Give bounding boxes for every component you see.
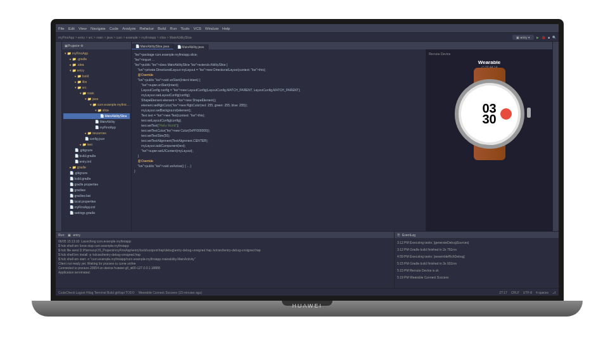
- run-output[interactable]: 06/05 15:13:10: Launching com.example.my…: [56, 238, 394, 276]
- project-panel: ▣ Project ▾ ⚙ ▾ 📁 myFirstApp▸ 📁 .gradle▸…: [62, 42, 132, 231]
- eventlog-output[interactable]: 3:12 PM Executing tasks: [generateDebugS…: [395, 238, 559, 282]
- status-indicator[interactable]: 4 spaces: [536, 291, 548, 294]
- menubar: FileEditViewNavigateCodeAnalyzeRefactorB…: [56, 24, 559, 33]
- menu-window[interactable]: Window: [205, 27, 219, 30]
- event-log-panel: ☰ EventLog 3:12 PM Executing tasks: [gen…: [394, 232, 559, 288]
- bottom-tab[interactable]: gitKapi: [115, 291, 124, 294]
- tree-item[interactable]: 📄 MainAbilitySlice: [63, 113, 130, 119]
- toolbar: myFirstApp > entry > src > main > java >…: [56, 33, 559, 42]
- bottom-tab[interactable]: Logcat: [76, 291, 86, 294]
- tree-item[interactable]: 📄 myFirstApp: [63, 125, 130, 130]
- debug-button[interactable]: 🐞: [542, 35, 545, 39]
- menu-build[interactable]: Build: [158, 27, 166, 30]
- status-bar: CodeCheck Logcat Hilog Terminal Build gi…: [56, 288, 559, 296]
- tree-item[interactable]: ▾ 📁 main: [63, 91, 130, 96]
- menu-navigate[interactable]: Navigate: [91, 27, 106, 30]
- tree-item[interactable]: 📄 build.gradle: [63, 153, 130, 159]
- tree-item[interactable]: 📄 .gitignore: [63, 147, 130, 153]
- ide-window: FileEditViewNavigateCodeAnalyzeRefactorB…: [56, 24, 559, 296]
- tree-item[interactable]: 📄 myFirstApp.iml: [63, 204, 130, 210]
- menu-help[interactable]: Help: [222, 27, 230, 30]
- eventlog-tab[interactable]: EventLog: [402, 233, 415, 237]
- watch-device[interactable]: 03 30: [448, 73, 531, 155]
- run-panel: Run: ▣ entry 06/05 15:13:10: Launching c…: [56, 232, 394, 288]
- tree-item[interactable]: 📄 gradlew.bat: [63, 193, 130, 199]
- tree-item[interactable]: 📄 gradle.properties: [63, 182, 130, 187]
- tree-item[interactable]: 📄 local.properties: [63, 199, 130, 204]
- run-button[interactable]: ▶: [536, 35, 539, 39]
- editor-tab[interactable]: 📄 MainAbility.java: [174, 44, 208, 49]
- project-header[interactable]: ▣ Project ▾ ⚙: [62, 42, 131, 49]
- bottom-tab[interactable]: TODO: [125, 291, 134, 294]
- status-indicator[interactable]: CRLF: [511, 291, 519, 294]
- status-indicator[interactable]: ⎇: [552, 291, 556, 294]
- menu-run[interactable]: Run: [170, 27, 177, 30]
- tree-item[interactable]: ▾ 📁 myFirstApp: [63, 51, 130, 56]
- tree-item[interactable]: ▸ 📁 test: [63, 142, 130, 147]
- tree-item[interactable]: 📄 settings.gradle: [63, 210, 130, 216]
- status-message: Wearable Connect Success (15 minutes ago…: [138, 291, 202, 294]
- tree-item[interactable]: ▸ 📁 libs: [63, 79, 130, 85]
- tree-item[interactable]: 📄 build.gradle: [63, 176, 130, 182]
- tree-item[interactable]: ▸ 📁 .idea: [63, 62, 130, 68]
- right-gutter[interactable]: [552, 42, 559, 231]
- tree-item[interactable]: ▾ 📁 src: [63, 85, 130, 91]
- device-name: Wearable: [478, 60, 500, 65]
- device-preview-panel: Remote Device Wearable ⏱ 00:44:14 03 30: [426, 49, 552, 231]
- tree-item[interactable]: ▸ 📁 resources: [63, 130, 130, 136]
- run-tab[interactable]: Run:: [58, 233, 65, 237]
- tree-item[interactable]: ▾ 📁 entry: [63, 68, 130, 73]
- watch-minutes: 30: [482, 114, 496, 125]
- laptop-base: HUAWEI: [32, 301, 583, 317]
- editor-tab[interactable]: 📄 MainAbilitySlice.java: [132, 44, 174, 49]
- status-indicator[interactable]: UTF-8: [523, 291, 532, 294]
- stop-button[interactable]: ■: [548, 35, 550, 39]
- bottom-tab[interactable]: Terminal: [94, 291, 106, 294]
- preview-header: Remote Device: [429, 52, 450, 58]
- menu-tools[interactable]: Tools: [181, 27, 189, 30]
- bottom-tab[interactable]: Hilog: [86, 291, 93, 294]
- tree-item[interactable]: 📄 config.json: [63, 136, 130, 142]
- tree-item[interactable]: ▾ 📁 java: [63, 96, 130, 102]
- tree-item[interactable]: 📄 gradlew: [63, 187, 130, 193]
- tree-item[interactable]: ▸ 📁 gradle: [63, 165, 130, 170]
- watch-complication-icon: [500, 108, 512, 120]
- menu-vcs[interactable]: VCS: [193, 27, 201, 30]
- tree-item[interactable]: 📄 .gitignore: [63, 170, 130, 176]
- tree-item[interactable]: ▸ 📁 build: [63, 73, 130, 79]
- tree-item[interactable]: ▾ 📁 slice: [63, 108, 130, 113]
- bottom-tab[interactable]: Build: [107, 291, 114, 294]
- menu-refactor[interactable]: Refactor: [139, 27, 154, 30]
- status-indicator[interactable]: 27:17: [499, 291, 507, 294]
- project-tree[interactable]: ▾ 📁 myFirstApp▸ 📁 .gradle▸ 📁 .idea▾ 📁 en…: [62, 49, 131, 217]
- tree-item[interactable]: ▸ 📁 .gradle: [63, 56, 130, 62]
- menu-view[interactable]: View: [79, 27, 87, 30]
- search-icon[interactable]: 🔍: [552, 35, 556, 39]
- editor-tabs: 📄 MainAbilitySlice.java📄 MainAbility.jav…: [132, 42, 552, 49]
- tree-item[interactable]: 📄 entry.iml: [63, 159, 130, 165]
- left-gutter[interactable]: [56, 42, 62, 231]
- menu-code[interactable]: Code: [110, 27, 118, 30]
- tree-item[interactable]: 📄 MainAbility: [63, 119, 130, 125]
- bottom-tab[interactable]: CodeCheck: [58, 291, 75, 294]
- menu-edit[interactable]: Edit: [68, 27, 75, 30]
- watch-crown-icon: [527, 108, 531, 118]
- run-config-selector[interactable]: ▣ entry ▾: [512, 35, 534, 40]
- laptop-brand: HUAWEI: [292, 303, 322, 309]
- tree-item[interactable]: ▾ 📁 com.example.myfirstapp: [63, 102, 130, 108]
- menu-analyze[interactable]: Analyze: [122, 27, 136, 30]
- menu-file[interactable]: File: [58, 27, 65, 30]
- breadcrumb[interactable]: myFirstApp > entry > src > main > java >…: [58, 35, 192, 39]
- code-editor[interactable]: "kw">package com.example.myfirstapp.slic…: [132, 49, 426, 231]
